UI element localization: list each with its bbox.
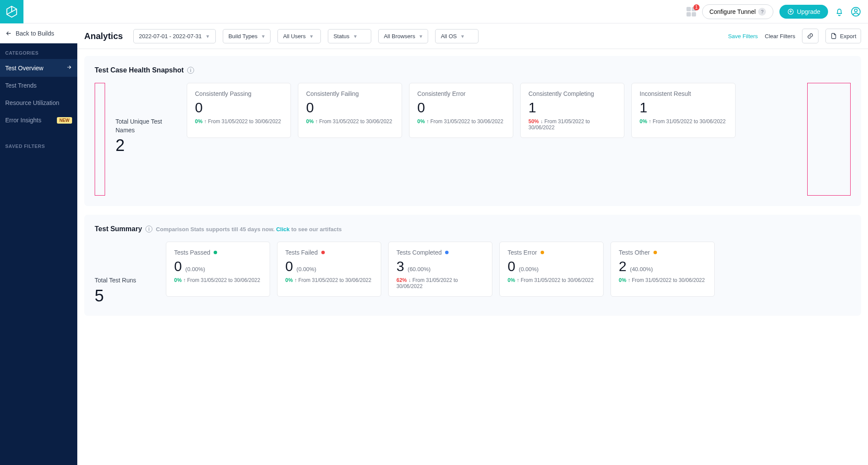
summary-cards: Tests Passed 0(0.00%) 0% ↑ From 31/05/20… <box>166 242 851 305</box>
sidebar-item-resource-utilization[interactable]: Resource Utilization <box>0 94 77 111</box>
date-range-value: 2022-07-01 - 2022-07-31 <box>139 33 202 39</box>
app-logo[interactable] <box>0 0 23 23</box>
sidebar: Back to Builds CATEGORIES Test Overview … <box>0 23 77 465</box>
users-dropdown[interactable]: All Users ▾ <box>277 29 321 43</box>
card-value: 1 <box>640 100 727 116</box>
card-delta: 50% ↓ From 31/05/2022 to 30/06/2022 <box>528 118 616 131</box>
card-value: 0(0.00%) <box>174 259 262 275</box>
summary-subtext: Comparison Stats supports till 45 days n… <box>156 226 342 232</box>
arrow-up-icon: ↑ <box>649 118 651 124</box>
export-icon <box>830 33 837 39</box>
card-title: Tests Passed <box>174 249 262 256</box>
card-value: 2(40.00%) <box>619 259 706 275</box>
sidebar-item-test-trends[interactable]: Test Trends <box>0 77 77 94</box>
sidebar-item-test-overview[interactable]: Test Overview <box>0 59 77 77</box>
os-dropdown[interactable]: All OS ▾ <box>435 29 479 43</box>
page-title: Analytics <box>84 31 123 41</box>
clear-filters-button[interactable]: Clear Filters <box>765 33 795 39</box>
card-delta: 0% ↑ From 31/05/2022 to 30/06/2022 <box>306 118 394 124</box>
upgrade-icon <box>787 8 794 15</box>
status-dropdown[interactable]: Status ▾ <box>328 29 371 43</box>
card-value: 0 <box>417 100 505 116</box>
card-title: Consistently Error <box>417 90 505 97</box>
build-types-dropdown[interactable]: Build Types ▾ <box>223 29 271 43</box>
arrow-up-icon: ↑ <box>183 277 186 283</box>
card-delta: 0% ↑ From 31/05/2022 to 30/06/2022 <box>619 277 706 283</box>
os-label: All OS <box>441 33 457 39</box>
info-icon[interactable]: i <box>187 67 194 74</box>
help-icon: ? <box>758 8 766 16</box>
sidebar-item-label: Test Trends <box>5 82 36 89</box>
browsers-dropdown[interactable]: All Browsers ▾ <box>378 29 428 43</box>
status-dot-icon <box>653 251 657 254</box>
link-icon <box>807 33 814 39</box>
upgrade-label: Upgrade <box>797 8 820 15</box>
highlight-box-right <box>807 83 851 196</box>
configure-tunnel-button[interactable]: Configure Tunnel ? <box>702 4 774 19</box>
card-value: 1 <box>528 100 616 116</box>
info-icon[interactable]: i <box>145 226 152 232</box>
card-consistently-failing[interactable]: Consistently Failing 0 0% ↑ From 31/05/2… <box>298 83 402 138</box>
export-label: Export <box>840 33 856 39</box>
browsers-label: All Browsers <box>384 33 415 39</box>
back-to-builds-link[interactable]: Back to Builds <box>0 23 77 43</box>
configure-tunnel-label: Configure Tunnel <box>710 8 756 15</box>
status-dot-icon <box>214 251 217 254</box>
new-badge: NEW <box>57 117 72 124</box>
snapshot-total-block: Total Unique Test Names 2 <box>116 83 176 196</box>
arrow-up-icon: ↑ <box>204 118 207 124</box>
card-consistently-error[interactable]: Consistently Error 0 0% ↑ From 31/05/202… <box>409 83 513 138</box>
card-tests-failed[interactable]: Tests Failed 0(0.00%) 0% ↑ From 31/05/20… <box>277 242 381 297</box>
card-tests-other[interactable]: Tests Other 2(40.00%) 0% ↑ From 31/05/20… <box>611 242 715 297</box>
test-case-health-snapshot-panel: Test Case Health Snapshot i Total Unique… <box>84 56 861 206</box>
build-types-label: Build Types <box>228 33 257 39</box>
arrow-up-icon: ↑ <box>294 277 297 283</box>
snapshot-cards: Consistently Passing 0 0% ↑ From 31/05/2… <box>187 83 797 196</box>
upgrade-button[interactable]: Upgrade <box>779 5 828 19</box>
arrow-up-icon: ↑ <box>517 277 519 283</box>
arrow-up-icon: ↑ <box>315 118 318 124</box>
save-filters-button[interactable]: Save Filters <box>728 33 758 39</box>
svg-point-2 <box>855 9 857 11</box>
card-tests-passed[interactable]: Tests Passed 0(0.00%) 0% ↑ From 31/05/20… <box>166 242 270 297</box>
user-avatar-icon[interactable] <box>851 7 861 17</box>
status-dot-icon <box>541 251 544 254</box>
card-title: Tests Completed <box>396 249 484 256</box>
card-value: 0(0.00%) <box>508 259 595 275</box>
card-title: Tests Failed <box>285 249 373 256</box>
chevron-down-icon: ▾ <box>419 33 422 39</box>
sidebar-item-error-insights[interactable]: Error Insights NEW <box>0 111 77 129</box>
card-consistently-passing[interactable]: Consistently Passing 0 0% ↑ From 31/05/2… <box>187 83 291 138</box>
card-title: Consistently Passing <box>195 90 283 97</box>
card-delta: 0% ↑ From 31/05/2022 to 30/06/2022 <box>417 118 505 124</box>
highlight-box-left <box>95 83 105 196</box>
date-range-picker[interactable]: 2022-07-01 - 2022-07-31 ▾ <box>133 29 216 43</box>
share-link-button[interactable] <box>802 29 818 43</box>
sidebar-item-label: Test Overview <box>5 65 43 72</box>
apps-launcher-icon[interactable]: 1 <box>686 7 696 16</box>
arrow-up-icon: ↑ <box>426 118 429 124</box>
card-title: Tests Error <box>508 249 595 256</box>
card-consistently-completing[interactable]: Consistently Completing 1 50% ↓ From 31/… <box>520 83 624 138</box>
chevron-down-icon: ▾ <box>262 33 265 39</box>
arrow-down-icon: ↓ <box>408 277 411 283</box>
card-inconsistent-result[interactable]: Inconsistent Result 1 0% ↑ From 31/05/20… <box>631 83 736 138</box>
users-label: All Users <box>283 33 306 39</box>
back-label: Back to Builds <box>16 30 54 37</box>
chevron-down-icon: ▾ <box>461 33 464 39</box>
export-button[interactable]: Export <box>825 29 861 43</box>
sidebar-item-label: Error Insights <box>5 117 41 124</box>
summary-title: Test Summary <box>95 225 142 233</box>
snapshot-title: Test Case Health Snapshot <box>95 66 184 74</box>
card-tests-completed[interactable]: Tests Completed 3(60.00%) 62% ↓ From 31/… <box>388 242 492 297</box>
arrow-down-icon: ↓ <box>540 118 543 124</box>
summary-total-block: Total Test Runs 5 <box>95 242 155 305</box>
notifications-icon[interactable] <box>834 7 845 17</box>
filter-toolbar: Analytics 2022-07-01 - 2022-07-31 ▾ Buil… <box>77 23 868 49</box>
card-tests-error[interactable]: Tests Error 0(0.00%) 0% ↑ From 31/05/202… <box>499 242 604 297</box>
card-delta: 0% ↑ From 31/05/2022 to 30/06/2022 <box>174 277 262 283</box>
chevron-down-icon: ▾ <box>206 33 209 39</box>
arrow-left-icon <box>5 30 12 37</box>
summary-click-link[interactable]: Click <box>276 226 290 232</box>
card-delta: 0% ↑ From 31/05/2022 to 30/06/2022 <box>195 118 283 124</box>
